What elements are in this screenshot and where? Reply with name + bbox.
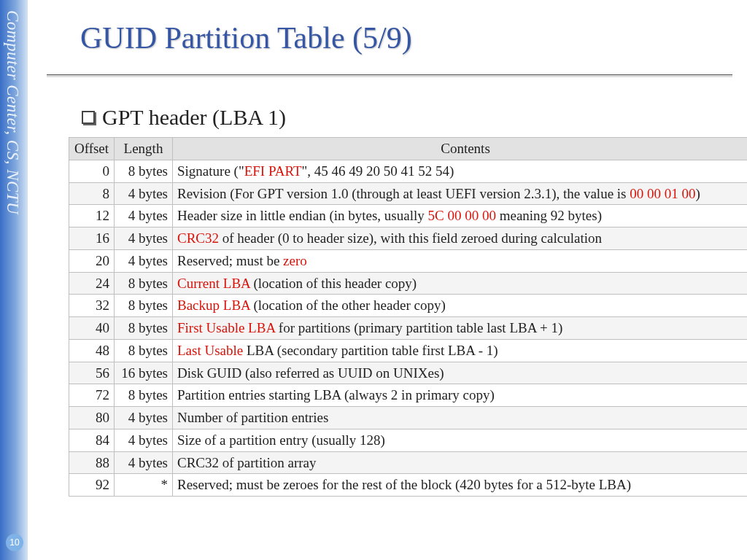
cell-contents: CRC32 of partition array: [173, 451, 748, 474]
text-segment: (location of the other header copy): [254, 298, 446, 313]
text-segment: CRC32 of partition array: [177, 455, 317, 470]
cell-contents: Reserved; must be zeroes for the rest of…: [173, 474, 748, 497]
text-segment: Header size in little endian (in bytes, …: [177, 208, 427, 223]
slide-title: GUID Partition Table (5/9): [39, 20, 737, 55]
cell-offset: 84: [69, 429, 115, 451]
highlight-text: EFI PART: [244, 163, 302, 179]
table-row: 488 bytesLast Usable LBA (secondary part…: [69, 339, 748, 362]
cell-contents: Number of partition entries: [173, 407, 748, 429]
cell-contents: Disk GUID (also referred as UUID on UNIX…: [173, 362, 748, 384]
table-row: 08 bytesSignature ("EFI PART", 45 46 49 …: [69, 160, 748, 182]
table-row: 92*Reserved; must be zeroes for the rest…: [69, 474, 748, 497]
cell-offset: 92: [69, 474, 115, 497]
page-number-badge: 10: [6, 534, 23, 551]
cell-contents: Reserved; must be zero: [173, 249, 748, 272]
table-row: 728 bytesPartition entries starting LBA …: [69, 384, 748, 407]
cell-length: 8 bytes: [115, 339, 173, 362]
text-segment: ", 45 46 49 20 50 41 52 54): [302, 163, 454, 179]
table-row: 248 bytesCurrent LBA (location of this h…: [69, 272, 748, 295]
table-row: 328 bytesBackup LBA (location of the oth…: [69, 295, 748, 317]
text-segment: ): [696, 186, 700, 201]
cell-offset: 88: [69, 451, 115, 474]
square-bullet-icon: [82, 111, 95, 124]
cell-offset: 56: [69, 362, 115, 384]
table-row: 124 bytesHeader size in little endian (i…: [69, 205, 748, 228]
text-segment: Number of partition entries: [177, 410, 328, 425]
bullet-text: GPT header (LBA 1): [102, 105, 286, 130]
col-length: Length: [115, 138, 173, 160]
highlight-text: 5C 00 00 00: [427, 208, 495, 223]
cell-offset: 32: [69, 295, 115, 317]
table-row: 884 bytesCRC32 of partition array: [69, 451, 748, 474]
text-segment: (location of this header copy): [254, 276, 417, 291]
table-wrapper: Offset Length Contents 08 bytesSignature…: [39, 137, 737, 497]
table-header-row: Offset Length Contents: [69, 138, 748, 160]
table-row: 84 bytesRevision (For GPT version 1.0 (t…: [69, 182, 748, 205]
cell-length: 4 bytes: [115, 451, 173, 474]
text-segment: Disk GUID (also referred as UUID on UNIX…: [177, 365, 444, 381]
cell-offset: 72: [69, 384, 115, 407]
text-segment: of header (0 to header size), with this …: [219, 230, 602, 246]
text-segment: Reserved; must be zeroes for the rest of…: [177, 477, 631, 492]
cell-offset: 0: [69, 160, 115, 182]
cell-length: 4 bytes: [115, 429, 173, 451]
highlight-text: Backup LBA: [177, 298, 254, 313]
table-row: 844 bytesSize of a partition entry (usua…: [69, 429, 748, 451]
cell-contents: First Usable LBA for partitions (primary…: [173, 317, 748, 340]
cell-contents: Revision (For GPT version 1.0 (through a…: [173, 182, 748, 205]
highlight-text: 00 00 01 00: [630, 186, 695, 201]
text-segment: Signature (": [177, 163, 244, 179]
cell-length: 8 bytes: [115, 295, 173, 317]
cell-contents: Last Usable LBA (secondary partition tab…: [173, 339, 748, 362]
text-segment: for partitions (primary partition table …: [279, 320, 563, 335]
col-contents: Contents: [173, 138, 748, 160]
content-area: GUID Partition Table (5/9) GPT header (L…: [39, 0, 737, 497]
text-segment: Partition entries starting LBA (always 2…: [177, 387, 495, 402]
cell-contents: Signature ("EFI PART", 45 46 49 20 50 41…: [173, 160, 748, 182]
text-segment: Reserved; must be: [177, 253, 283, 268]
highlight-text: CRC32: [177, 230, 219, 246]
cell-length: 16 bytes: [115, 362, 173, 384]
sidebar-label: Computer Center, CS, NCTU: [3, 10, 22, 214]
cell-contents: Size of a partition entry (usually 128): [173, 429, 748, 451]
cell-contents: Backup LBA (location of the other header…: [173, 295, 748, 317]
cell-offset: 80: [69, 407, 115, 429]
table-row: 5616 bytesDisk GUID (also referred as UU…: [69, 362, 748, 384]
highlight-text: Last Usable: [177, 343, 247, 358]
cell-contents: Header size in little endian (in bytes, …: [173, 205, 748, 228]
highlight-text: First Usable LBA: [177, 320, 279, 335]
cell-contents: Partition entries starting LBA (always 2…: [173, 384, 748, 407]
table-row: 204 bytesReserved; must be zero: [69, 249, 748, 272]
table-row: 804 bytesNumber of partition entries: [69, 407, 748, 429]
highlight-text: Current LBA: [177, 276, 254, 291]
cell-length: 4 bytes: [115, 205, 173, 228]
table-row: 164 bytesCRC32 of header (0 to header si…: [69, 228, 748, 250]
text-segment: Size of a partition entry (usually 128): [177, 432, 385, 448]
cell-length: 4 bytes: [115, 249, 173, 272]
cell-length: 8 bytes: [115, 317, 173, 340]
sidebar: Computer Center, CS, NCTU 10: [0, 0, 28, 560]
slide: Computer Center, CS, NCTU 10 GUID Partit…: [0, 0, 747, 560]
cell-length: 4 bytes: [115, 228, 173, 250]
cell-contents: Current LBA (location of this header cop…: [173, 272, 748, 295]
cell-length: 4 bytes: [115, 407, 173, 429]
cell-offset: 24: [69, 272, 115, 295]
cell-length: 8 bytes: [115, 384, 173, 407]
highlight-text: zero: [283, 253, 307, 268]
cell-length: *: [115, 474, 173, 497]
text-segment: Revision (For GPT version 1.0 (through a…: [177, 186, 630, 201]
cell-contents: CRC32 of header (0 to header size), with…: [173, 228, 748, 250]
text-segment: meaning 92 bytes): [496, 208, 602, 223]
cell-length: 4 bytes: [115, 182, 173, 205]
bullet-row: GPT header (LBA 1): [39, 105, 737, 130]
text-segment: LBA (secondary partition table first LBA…: [247, 343, 498, 358]
table-row: 408 bytesFirst Usable LBA for partitions…: [69, 317, 748, 340]
title-divider: [47, 74, 732, 77]
cell-offset: 16: [69, 228, 115, 250]
col-offset: Offset: [69, 138, 115, 160]
cell-length: 8 bytes: [115, 160, 173, 182]
cell-offset: 40: [69, 317, 115, 340]
cell-length: 8 bytes: [115, 272, 173, 295]
cell-offset: 20: [69, 249, 115, 272]
cell-offset: 8: [69, 182, 115, 205]
